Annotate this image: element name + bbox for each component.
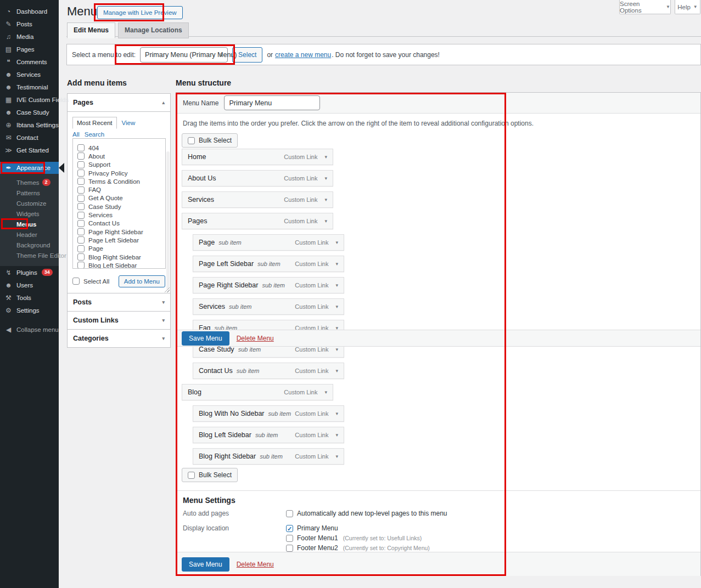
page-checkbox-case-study[interactable]: Case Study (77, 202, 165, 211)
chevron-down-icon[interactable]: ▾ (335, 347, 338, 352)
sidebar-item-label: Testimonial (16, 84, 48, 91)
page-checkbox-page-left-sidebar[interactable]: Page Left Sidebar (77, 236, 165, 244)
sidebar-subitem-themes[interactable]: Themes2 (0, 177, 59, 188)
page-checkbox-404[interactable]: 404 (77, 144, 165, 152)
sidebar-item-tools[interactable]: ⚒Tools (0, 291, 59, 304)
menu-item-row-page-right-sidebar[interactable]: Page Right Sidebarsub itemCustom Link▾ (193, 277, 344, 293)
sidebar-item-pages[interactable]: ▤Pages (0, 43, 59, 55)
page-checkbox-contact-us[interactable]: Contact Us (77, 219, 165, 228)
sidebar-item-contact[interactable]: ✉Contact (0, 131, 59, 144)
resize-handle[interactable] (164, 286, 170, 292)
display-location-footer-menu1[interactable]: Footer Menu1(Currently set to: Usefull L… (286, 534, 430, 542)
sidebar-subitem-menus[interactable]: Menus (0, 219, 59, 229)
sidebar-subitem-header[interactable]: Header (0, 229, 59, 240)
save-menu-button[interactable]: Save Menu (182, 557, 229, 572)
panel-custom-links-header[interactable]: Custom Links▾ (68, 312, 170, 329)
page-checkbox-services[interactable]: Services (77, 211, 165, 219)
menu-item-row-blog-left-sidebar[interactable]: Blog Left Sidebarsub itemCustom Link▾ (193, 427, 344, 443)
manage-live-preview-button[interactable]: Manage with Live Preview (97, 6, 183, 19)
chevron-down-icon[interactable]: ▾ (324, 389, 327, 395)
sidebar-item-testimonial[interactable]: ☻Testimonial (0, 81, 59, 93)
page-checkbox-privacy-policy[interactable]: Privacy Policy (77, 169, 165, 177)
bulk-select-checkbox[interactable]: Bulk Select (182, 468, 238, 482)
page-checkbox-support[interactable]: Support (77, 161, 165, 169)
menu-item-row-page[interactable]: Pagesub itemCustom Link▾ (193, 234, 344, 251)
sidebar-item-settings[interactable]: ⚙Settings (0, 304, 59, 316)
menu-name-input[interactable] (224, 95, 320, 110)
sidebar-item-appearance[interactable]: ✒ Appearance (0, 162, 59, 174)
delete-menu-link[interactable]: Delete Menu (237, 561, 274, 568)
page-checkbox-blog-right-sidebar[interactable]: Blog Right Sidebar (77, 253, 165, 261)
chevron-down-icon[interactable]: ▾ (324, 176, 327, 181)
pages-panel-header[interactable]: Pages ▴ (68, 94, 170, 112)
sidebar-item-posts[interactable]: ✎Posts (0, 18, 59, 30)
sidebar-item-plugins[interactable]: ↯Plugins34 (0, 266, 59, 279)
add-to-menu-button[interactable]: Add to Menu (119, 275, 165, 287)
chevron-down-icon[interactable]: ▾ (335, 240, 338, 245)
menu-select-dropdown[interactable]: Primary Menu (Primary Menu) ∨ (140, 47, 228, 63)
bulk-select-checkbox[interactable]: Bulk Select (182, 133, 238, 148)
chevron-down-icon[interactable]: ▾ (335, 368, 338, 374)
scrollbar[interactable] (166, 151, 170, 290)
menu-item-row-about-us[interactable]: About UsCustom Link▾ (182, 170, 333, 186)
menu-item-row-home[interactable]: HomeCustom Link▾ (182, 149, 333, 165)
chevron-down-icon[interactable]: ▾ (335, 261, 338, 267)
display-location-footer-menu2[interactable]: Footer Menu2(Currently set to: Copyright… (286, 544, 430, 552)
menu-item-row-blog[interactable]: BlogCustom Link▾ (182, 384, 333, 400)
sidebar-subitem-patterns[interactable]: Patterns (0, 188, 59, 198)
page-checkbox-page-right-sidebar[interactable]: Page Right Sidebar (77, 228, 165, 236)
panel-categories-header[interactable]: Categories▾ (68, 330, 170, 347)
page-checkbox-blog-left-sidebar[interactable]: Blog Left Sidebar (77, 261, 165, 269)
person-icon: ☻ (5, 71, 12, 78)
sidebar-subitem-background[interactable]: Background (0, 240, 59, 250)
sidebar-item-users[interactable]: ☻Users (0, 279, 59, 291)
menu-item-row-services[interactable]: ServicesCustom Link▾ (182, 191, 333, 208)
chevron-down-icon[interactable]: ▾ (335, 432, 338, 438)
sidebar-item-dashboard[interactable]: ◔Dashboard (0, 5, 59, 18)
chevron-down-icon[interactable]: ▾ (335, 282, 338, 288)
delete-menu-link[interactable]: Delete Menu (237, 335, 274, 342)
help-button[interactable]: Help ▼ (675, 0, 700, 14)
sidebar-subitem-widgets[interactable]: Widgets (0, 208, 59, 219)
page-checkbox-page[interactable]: Page (77, 245, 165, 253)
pages-tab-search[interactable]: Search (85, 131, 104, 138)
menu-item-row-pages[interactable]: PagesCustom Link▾ (182, 213, 333, 229)
menu-item-row-services[interactable]: Servicessub itemCustom Link▾ (193, 298, 344, 315)
chevron-down-icon[interactable]: ▾ (324, 154, 327, 160)
page-checkbox-faq[interactable]: FAQ (77, 185, 165, 194)
tab-manage-locations[interactable]: Manage Locations (118, 22, 189, 38)
sidebar-item-case-study[interactable]: ☻Case Study (0, 106, 59, 118)
menu-item-row-blog-with-no-sidebar[interactable]: Blog With No Sidebarsub itemCustom Link▾ (193, 405, 344, 422)
page-checkbox-terms-condition[interactable]: Terms & Condition (77, 177, 165, 185)
tab-edit-menus[interactable]: Edit Menus (67, 22, 115, 38)
create-new-menu-link[interactable]: create a new menu (275, 51, 331, 59)
collapse-menu-button[interactable]: ◀ Collapse menu (0, 323, 59, 336)
chevron-down-icon[interactable]: ▾ (335, 454, 338, 459)
chevron-down-icon[interactable]: ▾ (324, 218, 327, 224)
pages-tab-most-recent[interactable]: Most Recent (72, 117, 117, 129)
chevron-down-icon[interactable]: ▾ (335, 411, 338, 416)
sidebar-item-ibtana-settings[interactable]: ⊕Ibtana Settings (0, 118, 59, 131)
sidebar-item-services[interactable]: ☻Services (0, 68, 59, 81)
page-checkbox-about[interactable]: About (77, 152, 165, 160)
page-checkbox-get-a-quote[interactable]: Get A Quote (77, 194, 165, 202)
menu-item-row-page-left-sidebar[interactable]: Page Left Sidebarsub itemCustom Link▾ (193, 256, 344, 272)
menu-item-row-contact-us[interactable]: Contact Ussub itemCustom Link▾ (193, 363, 344, 379)
chevron-down-icon[interactable]: ▾ (335, 304, 338, 309)
sidebar-subitem-customize[interactable]: Customize (0, 198, 59, 208)
screen-options-button[interactable]: Screen Options ▼ (619, 0, 671, 14)
sidebar-item-comments[interactable]: ❝Comments (0, 55, 59, 68)
menu-item-title: Case Study (199, 346, 234, 353)
panel-posts-header[interactable]: Posts▾ (68, 293, 170, 311)
display-location-primary-menu[interactable]: Primary Menu (286, 524, 430, 532)
menu-item-row-blog-right-sidebar[interactable]: Blog Right Sidebarsub itemCustom Link▾ (193, 448, 344, 465)
chevron-down-icon[interactable]: ▾ (324, 197, 327, 202)
select-all-checkbox[interactable]: Select All (72, 277, 109, 285)
sidebar-item-ive-custom-fields[interactable]: ▦IVE Custom Fields (0, 93, 59, 106)
auto-add-pages-checkbox[interactable]: Automatically add new top-level pages to… (286, 510, 447, 517)
save-menu-button[interactable]: Save Menu (182, 331, 229, 346)
sidebar-item-media[interactable]: ♫Media (0, 30, 59, 43)
sidebar-item-get-started[interactable]: ≫Get Started (0, 144, 59, 156)
pages-panel-title: Pages (73, 99, 93, 106)
sidebar-subitem-theme-file-editor[interactable]: Theme File Editor (0, 250, 59, 261)
